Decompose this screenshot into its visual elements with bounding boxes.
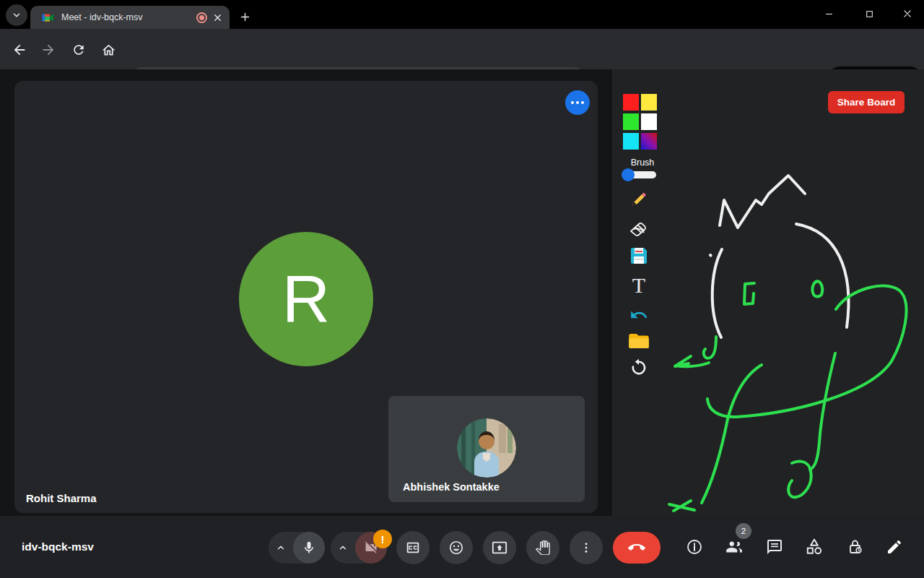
- present-button[interactable]: [483, 531, 516, 564]
- people-button[interactable]: [725, 538, 744, 556]
- info-icon: [686, 538, 703, 556]
- camera-warning-badge[interactable]: !: [373, 530, 392, 548]
- meeting-stage: R Rohit Sharma: [0, 69, 612, 516]
- activities-shapes-icon: [805, 538, 824, 556]
- host-controls-button[interactable]: [846, 538, 865, 556]
- whiteboard-canvas-drawing[interactable]: [612, 69, 924, 516]
- white-strokes: [710, 176, 848, 337]
- mic-control-group: [269, 532, 325, 564]
- browser-tab[interactable]: Meet - idv-bqck-msv: [30, 6, 230, 29]
- home-button[interactable]: [99, 40, 118, 59]
- main-video-tile: R Rohit Sharma: [14, 81, 598, 513]
- end-call-button[interactable]: [613, 532, 661, 564]
- tab-search-button[interactable]: [6, 4, 27, 26]
- meeting-details-button[interactable]: [685, 538, 704, 556]
- chevron-up-icon: [338, 543, 348, 553]
- browser-toolbar: https://meet.google.com/idv-bqck-msv?aut…: [0, 29, 924, 69]
- mic-options-chevron[interactable]: [269, 543, 293, 553]
- whiteboard-panel: Brush: [612, 69, 924, 516]
- chevron-down-icon: [12, 10, 22, 20]
- reload-icon: [71, 43, 86, 57]
- participant-name-label: Rohit Sharma: [26, 492, 97, 504]
- hand-icon: [536, 540, 550, 555]
- green-strokes: [669, 281, 907, 511]
- present-screen-icon: [492, 540, 507, 556]
- more-vert-icon: [580, 541, 593, 554]
- whiteboard-toggle-button[interactable]: [885, 538, 904, 556]
- smiley-icon: [448, 540, 464, 556]
- chat-button[interactable]: [765, 538, 784, 556]
- mic-button[interactable]: [293, 532, 325, 564]
- minimize-icon: [824, 9, 834, 19]
- back-button[interactable]: [10, 40, 29, 59]
- participant-initial: R: [282, 262, 330, 337]
- call-end-icon: [628, 539, 645, 556]
- tab-close-icon[interactable]: [213, 13, 222, 22]
- captions-button[interactable]: [396, 531, 430, 564]
- back-arrow-icon: [12, 42, 27, 58]
- new-tab-button[interactable]: [235, 7, 254, 26]
- browser-window: Meet - idv-bqck-msv: [0, 0, 924, 578]
- people-count-badge: 2: [736, 523, 751, 539]
- titlebar: Meet - idv-bqck-msv: [0, 0, 924, 29]
- people-icon: [725, 538, 744, 556]
- reactions-button[interactable]: [440, 531, 473, 564]
- meeting-bottom-bar: idv-bqck-msv !: [0, 516, 924, 578]
- tile-more-options-button[interactable]: [565, 90, 590, 115]
- pip-video-tile[interactable]: Abhishek Sontakke: [388, 396, 585, 502]
- maximize-icon: [865, 9, 874, 19]
- home-icon: [101, 43, 116, 58]
- close-icon: [902, 9, 912, 19]
- camera-options-chevron[interactable]: [331, 543, 355, 553]
- raise-hand-button[interactable]: [526, 531, 559, 564]
- chat-icon: [766, 538, 783, 556]
- pen-icon: [886, 538, 903, 556]
- participant-avatar: R: [239, 232, 373, 366]
- tab-title: Meet - idv-bqck-msv: [61, 12, 196, 22]
- activities-button[interactable]: [805, 538, 824, 556]
- meeting-code-label: idv-bqck-msv: [22, 516, 94, 578]
- window-close-button[interactable]: [891, 0, 924, 27]
- mic-on-icon: [302, 540, 316, 555]
- pip-avatar-photo: [457, 418, 516, 478]
- pip-avatar: [457, 418, 516, 478]
- chevron-up-icon: [276, 543, 286, 553]
- window-maximize-button[interactable]: [853, 0, 886, 27]
- captions-icon: [405, 540, 421, 556]
- more-options-button[interactable]: [570, 531, 603, 564]
- plus-icon: [240, 12, 250, 22]
- forward-arrow-icon: [40, 42, 56, 58]
- window-minimize-button[interactable]: [812, 0, 845, 27]
- pip-name-label: Abhishek Sontakke: [403, 481, 500, 493]
- forward-button[interactable]: [39, 40, 58, 59]
- lock-icon: [847, 538, 864, 556]
- reload-button[interactable]: [69, 40, 88, 59]
- meet-favicon: [42, 12, 54, 23]
- recording-indicator-icon: [196, 12, 207, 23]
